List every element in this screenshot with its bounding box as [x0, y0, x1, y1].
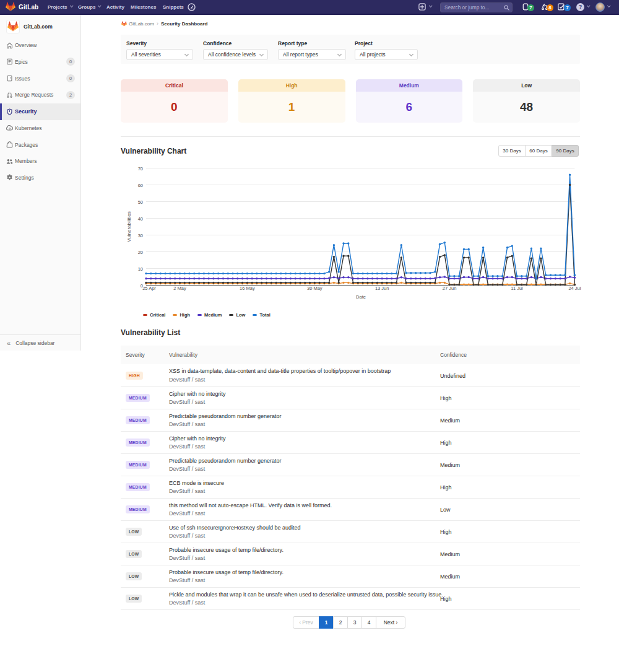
svg-text:25 Apr: 25 Apr — [142, 286, 156, 291]
svg-text:?: ? — [579, 4, 582, 10]
svg-text:27 Jun: 27 Jun — [443, 286, 457, 291]
svg-text:16 May: 16 May — [240, 286, 255, 291]
svg-text:11 Jul: 11 Jul — [511, 286, 523, 291]
svg-text:20: 20 — [138, 250, 143, 255]
svg-text:70: 70 — [138, 166, 143, 172]
svg-text:2 May: 2 May — [173, 286, 186, 291]
svg-text:60: 60 — [138, 183, 143, 188]
svg-text:24 Jul: 24 Jul — [568, 286, 581, 291]
svg-text:10: 10 — [138, 266, 143, 272]
svg-text:40: 40 — [138, 216, 143, 222]
svg-text:13 Jun: 13 Jun — [375, 286, 389, 291]
svg-text:30: 30 — [138, 233, 143, 238]
svg-text:Vulnerabilities: Vulnerabilities — [126, 211, 132, 242]
svg-text:Date: Date — [356, 294, 366, 300]
svg-text:30 May: 30 May — [307, 286, 322, 291]
svg-text:50: 50 — [138, 199, 143, 205]
